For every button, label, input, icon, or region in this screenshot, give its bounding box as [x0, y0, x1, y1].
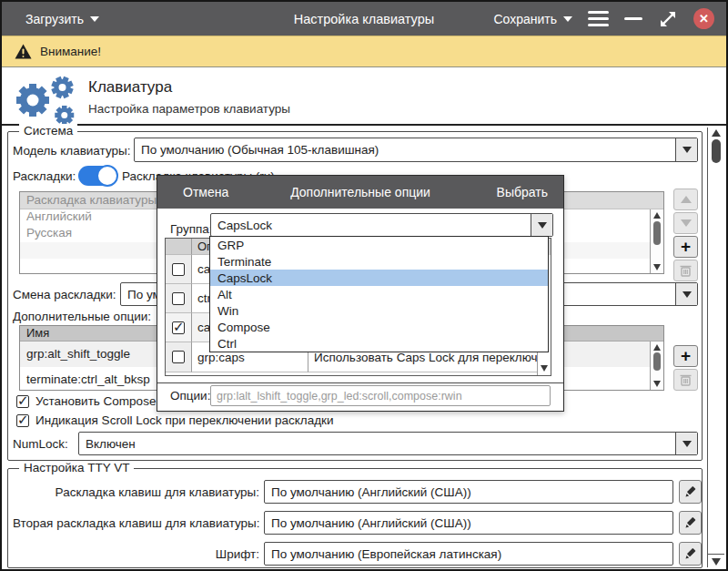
numlock-select[interactable]: Включен	[78, 432, 698, 455]
checkbox-checked-icon[interactable]	[172, 321, 185, 334]
scroll-down-icon[interactable]	[653, 381, 661, 387]
column-header-checkbox	[166, 239, 192, 255]
row-checkbox[interactable]	[166, 342, 192, 372]
layouts-toggle[interactable]	[78, 166, 116, 186]
menu-icon[interactable]	[588, 11, 609, 27]
delete-layout-button[interactable]	[673, 260, 698, 281]
scroll-up-icon[interactable]	[712, 129, 721, 137]
table-scrollbar[interactable]	[650, 342, 663, 390]
gears-icon	[9, 73, 82, 124]
keyboard-model-label: Модель клавиатуры:	[13, 144, 130, 158]
maximize-icon[interactable]	[658, 9, 678, 29]
arrow-up-icon	[681, 196, 692, 203]
edit-tty-font-button[interactable]	[679, 542, 702, 566]
row-checkbox[interactable]	[166, 313, 192, 342]
scroll-up-icon[interactable]	[653, 344, 661, 351]
extra-options-label: Дополнительные опции:	[13, 310, 151, 323]
scroll-lock-checkbox-label: Индикация Scroll Lock при переключении р…	[35, 413, 333, 427]
layout-switch-label: Смена раскладки:	[13, 288, 116, 301]
dropdown-button[interactable]	[675, 283, 697, 305]
group-select[interactable]: CapsLock	[210, 213, 553, 237]
scrollbar-thumb[interactable]	[712, 139, 721, 163]
warning-bar: Внимание!	[2, 36, 726, 67]
save-menu-button[interactable]: Сохранить	[493, 12, 572, 26]
delete-option-button[interactable]	[673, 369, 698, 391]
group-value: CapsLock	[211, 219, 531, 232]
numlock-label: NumLock:	[13, 437, 68, 451]
tty-layout2-label: Вторая раскладка клавиш для клавиатуры:	[13, 516, 259, 530]
row-checkbox[interactable]	[166, 284, 192, 313]
edit-tty-layout-button[interactable]	[679, 480, 702, 504]
options-field-label: Опции:	[170, 389, 210, 403]
dropdown-option[interactable]: Compose	[210, 319, 548, 335]
tty-layout2-value: По умолчанию (Английский (США))	[271, 516, 471, 530]
close-icon[interactable]: ✕	[693, 8, 714, 29]
warning-text: Внимание!	[40, 45, 101, 58]
arrow-down-icon	[681, 219, 692, 227]
tty-font-label: Шрифт:	[13, 547, 259, 561]
checkbox-icon[interactable]	[172, 292, 185, 305]
keyboard-settings-window: Загрузить Настройка клавиатуры Сохранить…	[0, 0, 728, 571]
list-scrollbar[interactable]	[650, 209, 663, 273]
pencil-icon	[684, 516, 697, 529]
dropdown-option-selected[interactable]: CapsLock	[210, 270, 548, 286]
tty-layout-field[interactable]: По умолчанию (Английский (США))	[264, 480, 673, 504]
scroll-up-icon[interactable]	[653, 212, 661, 219]
dropdown-option[interactable]: Terminate	[210, 253, 548, 270]
select-button[interactable]: Выбрать	[497, 185, 548, 199]
add-option-button[interactable]: +	[673, 345, 698, 367]
scroll-lock-checkbox[interactable]: Индикация Scroll Lock при переключении р…	[16, 413, 333, 427]
scroll-down-icon	[712, 558, 721, 566]
system-section-legend: Система	[19, 124, 77, 138]
window-title: Настройка клавиатуры	[294, 12, 434, 26]
chevron-down-icon	[682, 441, 692, 447]
scrollbar-thumb[interactable]	[653, 352, 661, 371]
cancel-button[interactable]: Отмена	[183, 185, 228, 199]
save-menu-label: Сохранить	[493, 12, 557, 26]
checkbox-checked-icon[interactable]	[16, 414, 29, 427]
tty-layout2-field[interactable]: По умолчанию (Английский (США))	[264, 511, 673, 535]
titlebar-actions: Сохранить ✕	[493, 8, 714, 29]
tty-layout-value: По умолчанию (Английский (США))	[271, 485, 471, 499]
scroll-down-icon[interactable]	[653, 264, 661, 270]
keyboard-model-select[interactable]: По умолчанию (Обычная 105-клавишная)	[134, 138, 698, 162]
dropdown-option[interactable]: Win	[210, 302, 548, 319]
group-label: Группа:	[170, 222, 213, 236]
tty-section-legend: Настройка TTY VT	[19, 461, 134, 474]
layouts-label: Раскладки:	[13, 169, 76, 183]
checkbox-checked-icon[interactable]	[16, 395, 29, 408]
tty-font-value: По умолчанию (Европейская латинская)	[271, 547, 501, 561]
scrollbar-thumb[interactable]	[653, 221, 661, 245]
app-header: Клавиатура Настройка параметров клавиату…	[2, 67, 726, 126]
dropdown-button[interactable]	[675, 433, 697, 454]
vertical-scrollbar[interactable]	[707, 127, 724, 567]
minimize-icon[interactable]	[624, 17, 642, 21]
edit-tty-layout2-button[interactable]	[679, 511, 702, 535]
page-subtitle: Настройка параметров клавиатуры	[88, 102, 290, 116]
load-menu-label: Загрузить	[25, 12, 84, 26]
dropdown-option[interactable]: Ctrl	[210, 335, 548, 352]
trash-icon	[680, 264, 692, 277]
checkbox-icon[interactable]	[172, 263, 185, 276]
tty-font-field[interactable]: По умолчанию (Европейская латинская)	[264, 542, 673, 566]
row-checkbox[interactable]	[166, 255, 192, 284]
chevron-down-icon	[538, 222, 547, 229]
options-field[interactable]: grp:lalt_lshift_toggle,grp_led:scroll,co…	[210, 385, 551, 406]
chevron-down-icon	[90, 16, 99, 22]
scroll-down-icon	[541, 365, 548, 372]
dropdown-button[interactable]	[675, 138, 697, 161]
add-layout-button[interactable]: +	[673, 236, 698, 258]
dropdown-option[interactable]: Alt	[210, 286, 548, 302]
dropdown-option[interactable]: GRP	[210, 237, 548, 253]
warning-icon	[15, 44, 32, 59]
numlock-value: Включен	[79, 437, 675, 451]
scroll-down-button[interactable]	[708, 554, 724, 567]
toggle-knob	[96, 165, 118, 187]
plus-icon: +	[681, 347, 691, 364]
checkbox-icon[interactable]	[172, 351, 185, 363]
dropdown-button[interactable]	[531, 214, 552, 236]
group-dropdown-list[interactable]: GRP Terminate CapsLock Alt Win Compose C…	[209, 236, 549, 352]
move-down-button[interactable]	[673, 212, 698, 234]
move-up-button[interactable]	[673, 189, 698, 210]
load-menu-button[interactable]: Загрузить	[25, 12, 99, 26]
